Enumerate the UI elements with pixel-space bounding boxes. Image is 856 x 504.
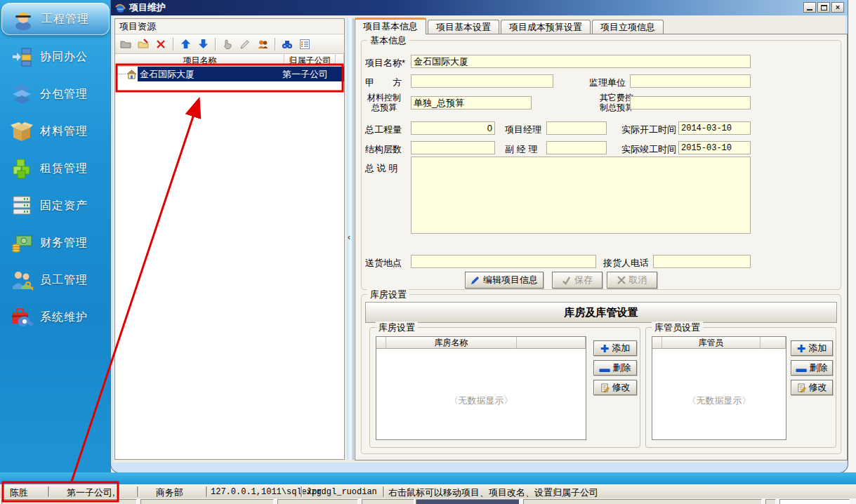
pen-icon [470, 276, 480, 285]
column-project-name[interactable]: 项目名称 [115, 54, 284, 67]
total-quantity-field[interactable] [411, 121, 495, 135]
edit-project-button[interactable]: 编辑项目信息 [465, 272, 544, 289]
material-budget-field[interactable] [411, 96, 532, 110]
delete-x-icon[interactable] [153, 37, 169, 52]
bottom-frame-strip [0, 472, 856, 484]
statusbar2-panel [765, 499, 776, 504]
search-binoculars-icon[interactable] [279, 37, 295, 52]
floors-field[interactable] [411, 141, 495, 154]
storeroom-subgroup: 库房设置 库房名称 〈无数据显示〉 ✚添加 ▬删除 修改 [369, 327, 640, 448]
move-up-icon[interactable] [178, 37, 193, 52]
green-cubes-icon [10, 157, 34, 180]
receiver-phone-label: 接货人电话 [603, 257, 649, 270]
statusbar2-panel [140, 499, 274, 504]
collapse-chevron-icon[interactable]: ‹ [348, 232, 350, 242]
sidebar-item-materials[interactable]: 材料管理 [0, 115, 111, 147]
statusbar-user: 陈胜 [10, 486, 28, 499]
storeroom-name-column[interactable]: 库房名称 [386, 337, 517, 349]
party-a-field[interactable] [411, 74, 553, 88]
keeper-delete-button[interactable]: ▬删除 [791, 360, 833, 376]
delivery-address-field[interactable] [411, 255, 596, 268]
receiver-phone-field[interactable] [653, 255, 751, 268]
supervisor-field[interactable] [630, 74, 751, 88]
check-icon [562, 276, 571, 285]
minimize-button[interactable] [803, 2, 816, 13]
tabbar: 项目基本信息 项目基本设置 项目成本预算设置 项目立项信息 [355, 18, 664, 34]
storeroom-delete-button[interactable]: ▬删除 [593, 360, 637, 376]
keeper-add-button[interactable]: ✚添加 [791, 340, 833, 356]
worker-icon [11, 7, 35, 31]
project-name-field[interactable] [411, 55, 751, 68]
sidebar-item-label: 分包管理 [40, 87, 88, 102]
users-icon[interactable] [255, 37, 270, 52]
window-titlebar: 项目维护 × [111, 0, 848, 15]
list-view-icon[interactable] [297, 37, 312, 52]
actual-start-label: 实际开工时间 [621, 124, 676, 136]
project-tree: 金石国际大厦 第一子公司 [115, 67, 344, 459]
move-down-icon[interactable] [195, 37, 211, 52]
tab-basic-settings[interactable]: 项目基本设置 [428, 20, 499, 34]
sidebar-item-subcontract[interactable]: 分包管理 [0, 78, 111, 110]
close-icon: × [836, 4, 840, 11]
column-subsidiary[interactable]: 归属子公司 [284, 54, 336, 67]
keeper-name-column[interactable]: 库管员 [662, 337, 760, 349]
keeper-empty-text: 〈无数据显示〉 [652, 394, 786, 407]
statusbar-server: 127.0.0.1,1011\sqlexpr [211, 487, 322, 497]
panel-splitter[interactable]: ‹ [347, 18, 354, 460]
statusbar-separator [383, 486, 384, 497]
statusbar2-panel [1, 499, 137, 504]
statusbar-database: Jzgdgl_ruodian [306, 487, 377, 497]
tab-cost-budget-settings[interactable]: 项目成本预算设置 [501, 20, 591, 34]
total-quantity-label: 总工程量 [365, 124, 402, 136]
sidebar-item-employees[interactable]: 员工管理 [0, 264, 111, 296]
actual-finish-field[interactable] [678, 141, 751, 154]
keeper-subgroup: 库管员设置 库管员 〈无数据显示〉 ✚添加 ▬删除 修改 [645, 327, 836, 448]
supervisor-label: 监理单位 [589, 77, 626, 89]
statusbar-second-row [0, 498, 856, 504]
project-manager-field[interactable] [546, 121, 607, 135]
cancel-button[interactable]: 取消 [607, 272, 657, 289]
deputy-manager-field[interactable] [546, 141, 607, 154]
warehouse-group: 库房设置 库房及库管设置 库房设置 库房名称 〈无数据显示〉 ✚添加 ▬删除 修… [361, 294, 841, 454]
sidebar-item-engineering[interactable]: 工程管理 [1, 3, 110, 35]
project-name-cell: 金石国际大厦 [138, 68, 282, 81]
sidebar-item-fixed-assets[interactable]: 固定资产 [0, 190, 111, 222]
people-key-icon [10, 268, 34, 292]
statusbar-department: 商务部 [156, 486, 183, 499]
storeroom-add-button[interactable]: ✚添加 [593, 340, 637, 356]
home-icon [126, 69, 137, 79]
sidebar-item-collaboration[interactable]: 协同办公 [0, 41, 111, 73]
statusbar-hint: 右击鼠标可以移动项目、项目改名、设置归属子公司 [388, 486, 598, 499]
save-button[interactable]: 保存 [552, 272, 603, 289]
toolbar-separator [275, 38, 275, 51]
sidebar-item-label: 固定资产 [40, 199, 88, 213]
pencil-icon[interactable] [237, 37, 253, 52]
sidebar-item-label: 系统维护 [40, 310, 88, 325]
floors-label: 结构层数 [365, 143, 402, 156]
close-button[interactable]: × [831, 2, 844, 13]
storeroom-empty-text: 〈无数据显示〉 [376, 394, 586, 407]
sidebar-item-system[interactable]: 系统维护 [0, 301, 111, 333]
other-budget-field[interactable] [630, 96, 751, 110]
summary-field[interactable] [411, 157, 751, 234]
maximize-button[interactable] [817, 2, 830, 13]
sidebar-item-leasing[interactable]: 租赁管理 [0, 152, 111, 185]
party-a-label: 甲 方 [365, 77, 402, 89]
sidebar-item-finance[interactable]: 财务管理 [0, 227, 111, 259]
storeroom-modify-button[interactable]: 修改 [593, 380, 637, 395]
tab-basic-info[interactable]: 项目基本信息 [355, 18, 426, 34]
tree-toolbar [115, 34, 344, 54]
hand-pointer-icon[interactable] [220, 37, 235, 52]
folder-closed-icon[interactable] [118, 37, 133, 52]
minus-icon: ▬ [796, 363, 807, 373]
toolbar-separator [173, 38, 173, 51]
toolbar-separator [215, 38, 216, 51]
keeper-modify-button[interactable]: 修改 [791, 380, 833, 395]
tab-approval-info[interactable]: 项目立项信息 [592, 20, 664, 34]
actual-start-field[interactable] [678, 121, 751, 135]
tree-row-selected[interactable]: 金石国际大厦 第一子公司 [115, 67, 344, 81]
folder-edit-icon[interactable] [136, 37, 151, 52]
statusbar2-panel-dark [416, 499, 520, 504]
storeroom-list[interactable]: 库房名称 〈无数据显示〉 [376, 336, 586, 440]
keeper-list[interactable]: 库管员 〈无数据显示〉 [652, 336, 786, 440]
